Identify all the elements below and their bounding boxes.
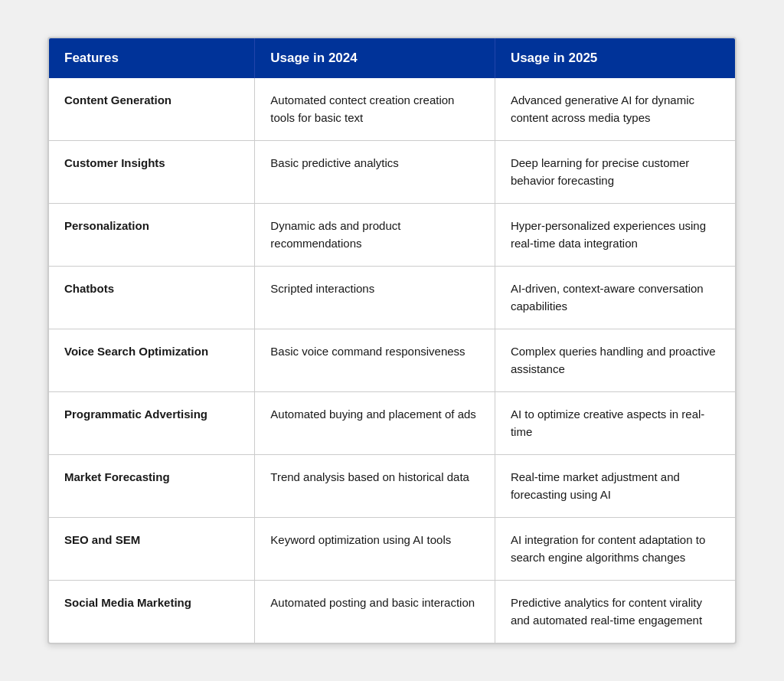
usage-2024-cell: Automated posting and basic interaction (255, 581, 495, 643)
table-row: SEO and SEMKeyword optimization using AI… (49, 518, 735, 581)
table-row: ChatbotsScripted interactionsAI-driven, … (49, 267, 735, 329)
usage-2025-cell: Deep learning for precise customer behav… (495, 141, 735, 204)
table-row: Customer InsightsBasic predictive analyt… (49, 141, 735, 204)
feature-cell: Voice Search Optimization (49, 329, 255, 392)
header-features: Features (49, 38, 255, 78)
table-row: Content GenerationAutomated contect crea… (49, 78, 735, 141)
feature-cell: Personalization (49, 204, 255, 267)
feature-cell: Programmatic Advertising (49, 392, 255, 455)
header-usage-2024: Usage in 2024 (255, 38, 495, 78)
usage-2025-cell: Real-time market adjustment and forecast… (495, 455, 735, 518)
usage-2024-cell: Automated buying and placement of ads (255, 392, 495, 455)
usage-2024-cell: Basic predictive analytics (255, 141, 495, 204)
usage-2025-cell: AI-driven, context-aware conversation ca… (495, 267, 735, 329)
usage-2024-cell: Automated contect creation creation tool… (255, 78, 495, 141)
comparison-table: Features Usage in 2024 Usage in 2025 Con… (49, 38, 735, 643)
table-body: Content GenerationAutomated contect crea… (49, 78, 735, 643)
table-header-row: Features Usage in 2024 Usage in 2025 (49, 38, 735, 78)
usage-2025-cell: Hyper-personalized experiences using rea… (495, 204, 735, 267)
usage-2025-cell: AI to optimize creative aspects in real-… (495, 392, 735, 455)
feature-cell: SEO and SEM (49, 518, 255, 581)
usage-2024-cell: Scripted interactions (255, 267, 495, 329)
usage-2025-cell: Advanced generative AI for dynamic conte… (495, 78, 735, 141)
table-row: PersonalizationDynamic ads and product r… (49, 204, 735, 267)
feature-cell: Chatbots (49, 267, 255, 329)
table-row: Programmatic AdvertisingAutomated buying… (49, 392, 735, 455)
comparison-table-wrapper: Features Usage in 2024 Usage in 2025 Con… (47, 37, 737, 644)
table-row: Voice Search OptimizationBasic voice com… (49, 329, 735, 392)
usage-2024-cell: Basic voice command responsiveness (255, 329, 495, 392)
usage-2025-cell: Predictive analytics for content viralit… (495, 581, 735, 643)
usage-2024-cell: Keyword optimization using AI tools (255, 518, 495, 581)
feature-cell: Market Forecasting (49, 455, 255, 518)
usage-2025-cell: AI integration for content adaptation to… (495, 518, 735, 581)
usage-2024-cell: Dynamic ads and product recommendations (255, 204, 495, 267)
feature-cell: Content Generation (49, 78, 255, 141)
feature-cell: Social Media Marketing (49, 581, 255, 643)
header-usage-2025: Usage in 2025 (495, 38, 735, 78)
table-row: Social Media MarketingAutomated posting … (49, 581, 735, 643)
table-row: Market ForecastingTrend analysis based o… (49, 455, 735, 518)
usage-2024-cell: Trend analysis based on historical data (255, 455, 495, 518)
usage-2025-cell: Complex queries handling and proactive a… (495, 329, 735, 392)
feature-cell: Customer Insights (49, 141, 255, 204)
